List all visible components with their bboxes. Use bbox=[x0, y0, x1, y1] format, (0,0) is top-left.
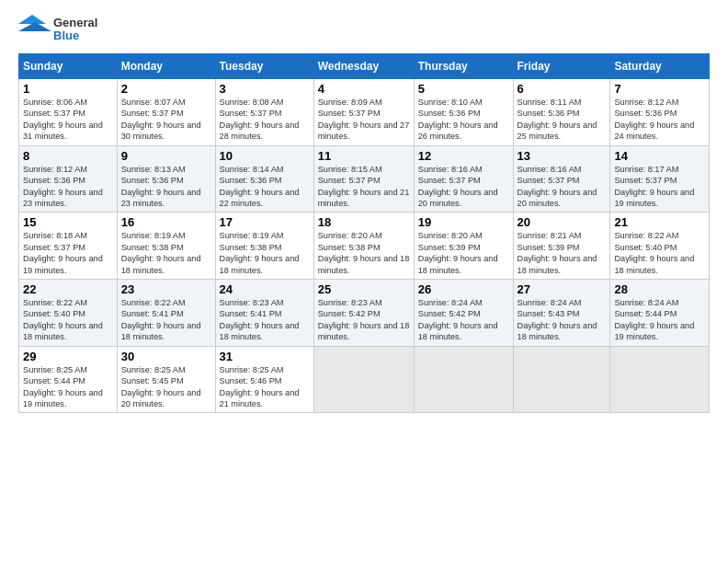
calendar-cell: 11Sunrise: 8:15 AMSunset: 5:37 PMDayligh… bbox=[313, 145, 414, 213]
day-info: Sunrise: 8:20 AMSunset: 5:38 PMDaylight:… bbox=[318, 230, 410, 276]
day-info: Sunrise: 8:16 AMSunset: 5:37 PMDaylight:… bbox=[418, 164, 509, 210]
logo-graphic bbox=[18, 15, 51, 44]
day-info: Sunrise: 8:20 AMSunset: 5:39 PMDaylight:… bbox=[418, 230, 509, 276]
column-header-friday: Friday bbox=[513, 54, 610, 79]
day-number: 18 bbox=[318, 215, 410, 229]
calendar-cell: 14Sunrise: 8:17 AMSunset: 5:37 PMDayligh… bbox=[610, 145, 710, 213]
day-number: 13 bbox=[518, 149, 607, 163]
calendar-cell: 17Sunrise: 8:19 AMSunset: 5:38 PMDayligh… bbox=[215, 213, 313, 280]
day-info: Sunrise: 8:25 AMSunset: 5:44 PMDaylight:… bbox=[23, 364, 113, 410]
column-header-sunday: Sunday bbox=[19, 54, 118, 79]
day-info: Sunrise: 8:09 AMSunset: 5:37 PMDaylight:… bbox=[318, 97, 410, 143]
calendar-cell bbox=[513, 346, 610, 413]
week-row-3: 15Sunrise: 8:18 AMSunset: 5:37 PMDayligh… bbox=[19, 213, 710, 280]
calendar-cell: 22Sunrise: 8:22 AMSunset: 5:40 PMDayligh… bbox=[19, 280, 118, 347]
calendar-cell: 30Sunrise: 8:25 AMSunset: 5:45 PMDayligh… bbox=[117, 346, 215, 413]
week-row-1: 1Sunrise: 8:06 AMSunset: 5:37 PMDaylight… bbox=[19, 79, 710, 146]
calendar-cell: 26Sunrise: 8:24 AMSunset: 5:42 PMDayligh… bbox=[414, 280, 513, 347]
column-header-saturday: Saturday bbox=[610, 54, 710, 79]
day-number: 26 bbox=[418, 282, 509, 296]
day-info: Sunrise: 8:11 AMSunset: 5:36 PMDaylight:… bbox=[518, 97, 607, 143]
week-row-4: 22Sunrise: 8:22 AMSunset: 5:40 PMDayligh… bbox=[19, 280, 710, 347]
day-info: Sunrise: 8:14 AMSunset: 5:36 PMDaylight:… bbox=[220, 164, 310, 210]
calendar-cell: 4Sunrise: 8:09 AMSunset: 5:37 PMDaylight… bbox=[313, 79, 414, 146]
column-header-tuesday: Tuesday bbox=[215, 54, 313, 79]
day-number: 23 bbox=[121, 282, 211, 296]
day-info: Sunrise: 8:10 AMSunset: 5:36 PMDaylight:… bbox=[418, 97, 509, 143]
day-info: Sunrise: 8:18 AMSunset: 5:37 PMDaylight:… bbox=[23, 230, 113, 276]
calendar-body: 1Sunrise: 8:06 AMSunset: 5:37 PMDaylight… bbox=[19, 79, 710, 413]
calendar-cell: 24Sunrise: 8:23 AMSunset: 5:41 PMDayligh… bbox=[215, 280, 313, 347]
day-number: 14 bbox=[614, 149, 705, 163]
day-number: 3 bbox=[220, 82, 310, 96]
calendar-cell: 31Sunrise: 8:25 AMSunset: 5:46 PMDayligh… bbox=[215, 346, 313, 413]
day-number: 25 bbox=[318, 282, 410, 296]
day-info: Sunrise: 8:22 AMSunset: 5:40 PMDaylight:… bbox=[614, 230, 705, 276]
calendar-cell: 5Sunrise: 8:10 AMSunset: 5:36 PMDaylight… bbox=[414, 79, 513, 146]
header: General Blue bbox=[18, 15, 710, 44]
day-info: Sunrise: 8:23 AMSunset: 5:42 PMDaylight:… bbox=[318, 297, 410, 343]
day-info: Sunrise: 8:13 AMSunset: 5:36 PMDaylight:… bbox=[121, 164, 211, 210]
calendar-cell bbox=[313, 346, 414, 413]
logo: General Blue bbox=[18, 15, 97, 44]
calendar-cell: 15Sunrise: 8:18 AMSunset: 5:37 PMDayligh… bbox=[19, 213, 118, 280]
day-info: Sunrise: 8:21 AMSunset: 5:39 PMDaylight:… bbox=[518, 230, 607, 276]
calendar-cell: 16Sunrise: 8:19 AMSunset: 5:38 PMDayligh… bbox=[117, 213, 215, 280]
day-number: 30 bbox=[121, 350, 211, 363]
day-number: 11 bbox=[318, 149, 410, 163]
calendar-cell: 1Sunrise: 8:06 AMSunset: 5:37 PMDaylight… bbox=[19, 79, 118, 146]
day-number: 15 bbox=[23, 215, 113, 229]
calendar-cell: 13Sunrise: 8:16 AMSunset: 5:37 PMDayligh… bbox=[513, 145, 610, 213]
week-row-5: 29Sunrise: 8:25 AMSunset: 5:44 PMDayligh… bbox=[19, 346, 710, 413]
day-info: Sunrise: 8:15 AMSunset: 5:37 PMDaylight:… bbox=[318, 164, 410, 210]
day-number: 29 bbox=[23, 350, 113, 363]
calendar-cell: 7Sunrise: 8:12 AMSunset: 5:36 PMDaylight… bbox=[610, 79, 710, 146]
day-info: Sunrise: 8:07 AMSunset: 5:37 PMDaylight:… bbox=[121, 97, 211, 143]
calendar-cell: 29Sunrise: 8:25 AMSunset: 5:44 PMDayligh… bbox=[19, 346, 118, 413]
day-number: 27 bbox=[518, 282, 607, 296]
day-number: 21 bbox=[614, 215, 705, 229]
day-info: Sunrise: 8:17 AMSunset: 5:37 PMDaylight:… bbox=[614, 164, 705, 210]
day-info: Sunrise: 8:22 AMSunset: 5:41 PMDaylight:… bbox=[121, 297, 211, 343]
day-number: 7 bbox=[614, 82, 705, 96]
day-number: 6 bbox=[518, 82, 607, 96]
day-number: 4 bbox=[318, 82, 410, 96]
day-number: 12 bbox=[418, 149, 509, 163]
day-info: Sunrise: 8:25 AMSunset: 5:46 PMDaylight:… bbox=[220, 364, 310, 410]
column-header-monday: Monday bbox=[117, 54, 215, 79]
day-info: Sunrise: 8:08 AMSunset: 5:37 PMDaylight:… bbox=[220, 97, 310, 143]
day-number: 16 bbox=[121, 215, 211, 229]
day-number: 8 bbox=[23, 149, 113, 163]
day-number: 10 bbox=[220, 149, 310, 163]
day-info: Sunrise: 8:23 AMSunset: 5:41 PMDaylight:… bbox=[220, 297, 310, 343]
day-info: Sunrise: 8:12 AMSunset: 5:36 PMDaylight:… bbox=[614, 97, 705, 143]
calendar-cell: 2Sunrise: 8:07 AMSunset: 5:37 PMDaylight… bbox=[117, 79, 215, 146]
calendar-cell: 20Sunrise: 8:21 AMSunset: 5:39 PMDayligh… bbox=[513, 213, 610, 280]
calendar-cell: 6Sunrise: 8:11 AMSunset: 5:36 PMDaylight… bbox=[513, 79, 610, 146]
calendar-cell: 28Sunrise: 8:24 AMSunset: 5:44 PMDayligh… bbox=[610, 280, 710, 347]
calendar-cell: 23Sunrise: 8:22 AMSunset: 5:41 PMDayligh… bbox=[117, 280, 215, 347]
calendar-cell: 12Sunrise: 8:16 AMSunset: 5:37 PMDayligh… bbox=[414, 145, 513, 213]
day-number: 20 bbox=[518, 215, 607, 229]
day-info: Sunrise: 8:24 AMSunset: 5:43 PMDaylight:… bbox=[518, 297, 607, 343]
day-info: Sunrise: 8:25 AMSunset: 5:45 PMDaylight:… bbox=[121, 364, 211, 410]
day-info: Sunrise: 8:12 AMSunset: 5:36 PMDaylight:… bbox=[23, 164, 113, 210]
day-number: 22 bbox=[23, 282, 113, 296]
day-info: Sunrise: 8:06 AMSunset: 5:37 PMDaylight:… bbox=[23, 97, 113, 143]
logo-line2: Blue bbox=[53, 29, 97, 42]
day-number: 28 bbox=[614, 282, 705, 296]
day-info: Sunrise: 8:19 AMSunset: 5:38 PMDaylight:… bbox=[121, 230, 211, 276]
week-row-2: 8Sunrise: 8:12 AMSunset: 5:36 PMDaylight… bbox=[19, 145, 710, 213]
day-info: Sunrise: 8:24 AMSunset: 5:42 PMDaylight:… bbox=[418, 297, 509, 343]
day-number: 24 bbox=[220, 282, 310, 296]
calendar-header-row: SundayMondayTuesdayWednesdayThursdayFrid… bbox=[19, 54, 710, 79]
day-number: 31 bbox=[220, 350, 310, 363]
calendar-cell: 10Sunrise: 8:14 AMSunset: 5:36 PMDayligh… bbox=[215, 145, 313, 213]
day-number: 9 bbox=[121, 149, 211, 163]
calendar-cell: 3Sunrise: 8:08 AMSunset: 5:37 PMDaylight… bbox=[215, 79, 313, 146]
day-number: 5 bbox=[418, 82, 509, 96]
calendar-cell: 27Sunrise: 8:24 AMSunset: 5:43 PMDayligh… bbox=[513, 280, 610, 347]
day-info: Sunrise: 8:24 AMSunset: 5:44 PMDaylight:… bbox=[614, 297, 705, 343]
calendar-cell: 19Sunrise: 8:20 AMSunset: 5:39 PMDayligh… bbox=[414, 213, 513, 280]
calendar-table: SundayMondayTuesdayWednesdayThursdayFrid… bbox=[18, 53, 710, 413]
